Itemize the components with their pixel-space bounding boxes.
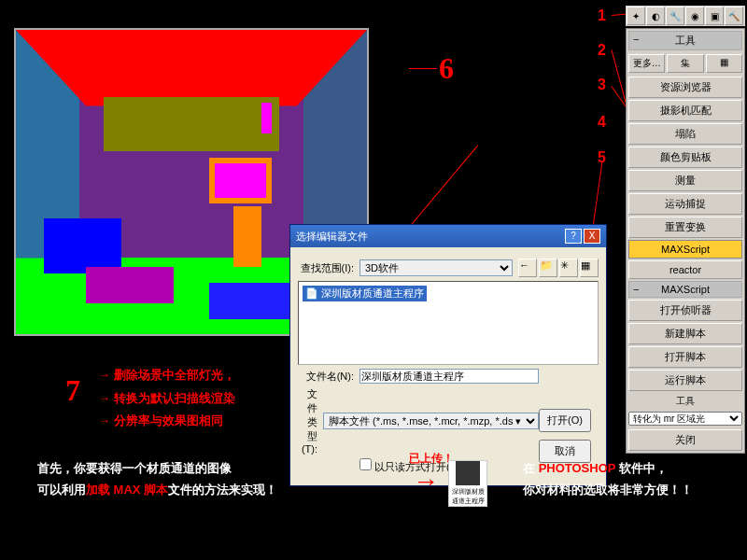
convert-dropdown[interactable]: 转化为 mr 区域光 xyxy=(628,412,742,426)
tab-motion-icon[interactable]: ◉ xyxy=(685,7,704,25)
filename-input[interactable] xyxy=(359,369,539,384)
config-icon[interactable]: ▦ xyxy=(706,54,742,73)
util-reset-xform[interactable]: 重置变换 xyxy=(628,217,742,238)
ms-open-script[interactable]: 打开脚本 xyxy=(628,346,742,368)
back-icon[interactable]: ← xyxy=(518,259,537,277)
lookin-label: 查找范围(I): xyxy=(298,261,354,275)
annotation-1: 1 xyxy=(598,7,606,24)
util-motion-capture[interactable]: 运动捕捉 xyxy=(628,193,742,215)
script-icon xyxy=(456,461,480,485)
util-color-clipboard[interactable]: 颜色剪贴板 xyxy=(628,147,742,168)
thumb-label: 深圳版材质 通道主程序 xyxy=(449,487,486,506)
util-maxscript[interactable]: MAXScript xyxy=(628,240,742,259)
dialog-close-button[interactable]: X xyxy=(584,229,600,244)
bottom-text-left: 首先，你要获得一个材质通道的图像 可以利用加载 MAX 脚本文件的方法来实现！ xyxy=(37,457,277,501)
shelf xyxy=(104,97,279,152)
filetype-label: 文件类型(T): xyxy=(298,387,317,455)
ms-run-script[interactable]: 运行脚本 xyxy=(628,370,742,391)
util-asset-browser[interactable]: 资源浏览器 xyxy=(628,77,742,98)
readonly-checkbox[interactable] xyxy=(359,458,372,470)
rollout-tools[interactable]: 工具 xyxy=(628,31,742,50)
file-open-dialog: 选择编辑器文件 ? X 查找范围(I): 3D软件 ← 📁 ✳ ▦ 深圳版材质通… xyxy=(289,224,607,486)
sets-button[interactable]: 集 xyxy=(667,54,703,73)
dialog-titlebar[interactable]: 选择编辑器文件 ? X xyxy=(290,225,606,247)
util-reactor[interactable]: reactor xyxy=(628,260,742,279)
up-icon[interactable]: 📁 xyxy=(539,259,557,277)
views-icon[interactable]: ▦ xyxy=(580,259,599,277)
annotation-2: 2 xyxy=(598,42,606,59)
util-camera-match[interactable]: 摄影机匹配 xyxy=(628,100,742,121)
uploaded-label: 已上传！ xyxy=(409,451,454,467)
bottom-text-right: 在 PHOTOSHOP 软件中， 你对材料的选取将非常方便！！ xyxy=(523,457,693,501)
filename-label: 文件名(N): xyxy=(298,370,354,384)
dialog-title: 选择编辑器文件 xyxy=(296,230,368,244)
arrow-6 xyxy=(409,68,437,69)
tab-hierarchy-icon[interactable]: 🔧 xyxy=(666,7,684,25)
more-button[interactable]: 更多… xyxy=(628,54,665,73)
sofa-left xyxy=(44,218,121,273)
rollout-maxscript[interactable]: MAXScript xyxy=(628,281,742,298)
more-sets-row: 更多… 集 ▦ xyxy=(627,52,744,75)
lookin-dropdown[interactable]: 3D软件 xyxy=(359,259,513,276)
annotation-7: 7 xyxy=(65,373,80,408)
file-item-selected[interactable]: 深圳版材质通道主程序 xyxy=(303,286,427,301)
tv xyxy=(209,158,273,203)
book xyxy=(261,103,272,133)
arrow-icon: → xyxy=(413,467,439,497)
tab-create-icon[interactable]: ✦ xyxy=(627,7,645,25)
dialog-help-button[interactable]: ? xyxy=(565,229,582,244)
util-collapse[interactable]: 塌陷 xyxy=(628,123,742,145)
annotation-6: 6 xyxy=(439,51,454,86)
command-panel-tabs: ✦ ◐ 🔧 ◉ ▣ 🔨 xyxy=(626,6,745,26)
close-button[interactable]: 关闭 xyxy=(628,429,742,451)
annotation-4: 4 xyxy=(598,114,606,131)
annotation-3: 3 xyxy=(598,77,606,93)
command-panel: 工具 更多… 集 ▦ 资源浏览器 摄影机匹配 塌陷 颜色剪贴板 测量 运动捕捉 … xyxy=(626,28,745,454)
coffee-table xyxy=(86,267,174,303)
newfolder-icon[interactable]: ✳ xyxy=(559,259,578,277)
open-button[interactable]: 打开(O) xyxy=(539,409,591,432)
annotation-7-text: →删除场景中全部灯光， →转换为默认扫描线渲染 →分辨率与效果图相同 xyxy=(98,364,235,433)
ms-new-script[interactable]: 新建脚本 xyxy=(628,323,742,344)
tab-display-icon[interactable]: ▣ xyxy=(705,7,724,25)
filetype-dropdown[interactable]: 脚本文件 (*.ms, *.mse, *.mcr, *.mzp, *.ds ▾ xyxy=(323,413,539,429)
file-list[interactable]: 深圳版材质通道主程序 xyxy=(298,281,599,365)
ms-open-listener[interactable]: 打开侦听器 xyxy=(628,300,742,321)
lamp xyxy=(233,206,261,267)
tool-label: 工具 xyxy=(627,393,744,410)
tab-utilities-icon[interactable]: 🔨 xyxy=(725,7,743,25)
script-thumbnail: 深圳版材质 通道主程序 xyxy=(448,460,487,507)
util-measure[interactable]: 测量 xyxy=(628,170,742,191)
tab-modify-icon[interactable]: ◐ xyxy=(646,7,665,25)
